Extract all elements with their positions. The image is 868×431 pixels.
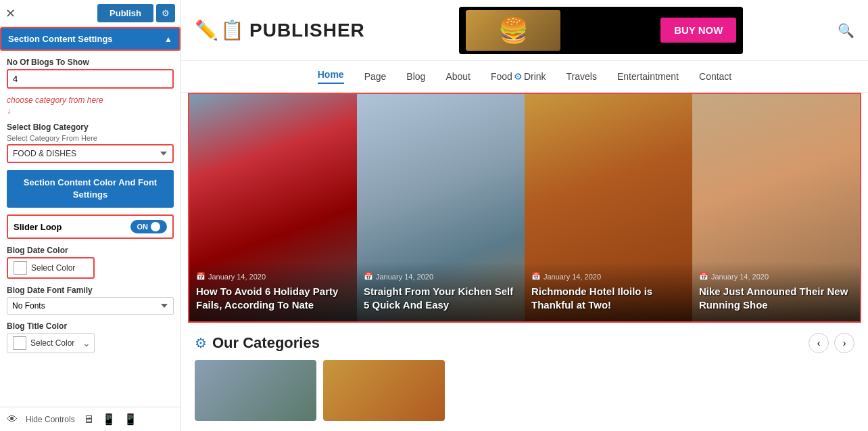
hint-text: choose category from here bbox=[7, 95, 174, 105]
category-card-2[interactable] bbox=[323, 360, 445, 421]
hide-controls-label[interactable]: Hide Controls bbox=[26, 415, 75, 424]
blog-date-color-label: Blog Date Color bbox=[7, 246, 174, 255]
nav-item-home[interactable]: Home bbox=[318, 69, 344, 84]
blog-date-color-field: Blog Date Color Select Color bbox=[7, 246, 174, 279]
publisher-logo-text: PUBLISHER bbox=[249, 20, 365, 41]
logo-icon-book: 📋 bbox=[220, 19, 244, 41]
publisher-logo: ✏️ 📋 PUBLISHER bbox=[195, 19, 365, 41]
category-card-1[interactable] bbox=[195, 360, 316, 421]
calendar-icon-1: 📅 bbox=[196, 272, 206, 281]
blog-cards-section: 📅 January 14, 2020 How To Avoid 6 Holida… bbox=[188, 93, 861, 323]
publish-btn-wrap: Publish ⚙ bbox=[97, 4, 175, 22]
categories-icon: ⚙ bbox=[195, 335, 207, 351]
category-prev-button[interactable]: ‹ bbox=[809, 333, 829, 353]
section-header-title: Section Content Settings bbox=[8, 34, 113, 44]
hint-arrow-icon: ↓ bbox=[7, 106, 174, 116]
nav-item-blog[interactable]: Blog bbox=[406, 71, 425, 82]
blogs-count-field: No Of Blogs To Show bbox=[7, 58, 174, 89]
bottom-bar: 👁 Hide Controls 🖥 📱 📱 bbox=[0, 407, 180, 431]
category-label: Select Blog Category bbox=[7, 122, 174, 132]
section-header[interactable]: Section Content Settings ▲ bbox=[0, 27, 180, 51]
categories-section: ⚙ Our Categories ‹ › bbox=[181, 323, 868, 357]
nav-item-page[interactable]: Page bbox=[364, 71, 387, 82]
logo-icon-pencil: ✏️ bbox=[195, 19, 218, 41]
hint-area: choose category from here ↓ bbox=[7, 95, 174, 116]
blog-date-font-dropdown[interactable]: No Fonts Arial Roboto Open Sans bbox=[7, 297, 174, 315]
blog-card-4-overlay: 📅 January 14, 2020 Nike Just Announed Th… bbox=[692, 262, 860, 321]
publisher-banner: BUY NOW bbox=[459, 7, 743, 54]
category-dropdown[interactable]: FOOD & DISHES Travel Technology Health bbox=[7, 144, 174, 163]
category-sublabel: Select Category From Here bbox=[7, 134, 174, 142]
color-swatch-1 bbox=[14, 261, 27, 275]
blog-card-2-title: Straight From Your Kichen Self 5 Quick A… bbox=[364, 285, 518, 311]
blog-card-3-date: 📅 January 14, 2020 bbox=[531, 272, 685, 281]
category-arrows: ‹ › bbox=[809, 333, 854, 353]
publisher-header: ✏️ 📋 PUBLISHER BUY NOW 🔍 bbox=[181, 0, 868, 61]
color-select-text-1: Select Color bbox=[31, 263, 75, 273]
nav-item-travels[interactable]: Travels bbox=[566, 71, 597, 82]
banner-image bbox=[466, 10, 560, 51]
blog-title-color-field: Blog Title Color Select Color ⌄ bbox=[7, 321, 174, 353]
logo-icon: ✏️ 📋 bbox=[195, 19, 244, 41]
calendar-icon-4: 📅 bbox=[699, 272, 708, 281]
category-next-button[interactable]: › bbox=[834, 333, 854, 353]
blog-date-font-label: Blog Date Font Family bbox=[7, 286, 174, 295]
blog-card-3-title: Richmonde Hotel Iloilo is Thankful at Tw… bbox=[531, 285, 685, 311]
slider-loop-row: Slider Loop ON bbox=[7, 214, 174, 239]
top-bar: ✕ Publish ⚙ bbox=[0, 0, 180, 27]
color-select-text-2: Select Color bbox=[30, 338, 74, 348]
color-swatch-2 bbox=[13, 336, 26, 350]
toggle-circle bbox=[151, 222, 160, 231]
blog-card-1-title: How To Avoid 6 Holiday Party Fails, Acco… bbox=[196, 285, 350, 311]
blog-card-1-date: 📅 January 14, 2020 bbox=[196, 272, 350, 281]
section-collapse-arrow[interactable]: ▲ bbox=[164, 35, 172, 44]
blog-date-font-field: Blog Date Font Family No Fonts Arial Rob… bbox=[7, 286, 174, 315]
blog-title-color-picker[interactable]: Select Color ⌄ bbox=[7, 333, 95, 353]
blog-card-1-overlay: 📅 January 14, 2020 How To Avoid 6 Holida… bbox=[189, 262, 357, 321]
blogs-count-label: No Of Blogs To Show bbox=[7, 58, 174, 67]
desktop-icon[interactable]: 🖥 bbox=[83, 413, 94, 426]
hide-controls-icon: 👁 bbox=[7, 413, 18, 426]
blog-card-2[interactable]: 📅 January 14, 2020 Straight From Your Ki… bbox=[357, 94, 525, 321]
panel-body: No Of Blogs To Show choose category from… bbox=[0, 51, 180, 360]
blog-card-4[interactable]: 📅 January 14, 2020 Nike Just Announed Th… bbox=[692, 94, 860, 321]
section-color-font-button[interactable]: Section Content Color And Font Settings bbox=[7, 170, 174, 208]
buy-now-button[interactable]: BUY NOW bbox=[660, 18, 736, 43]
gear-button[interactable]: ⚙ bbox=[156, 4, 175, 22]
nav-item-entertaintment[interactable]: Entertaintment bbox=[617, 71, 679, 82]
calendar-icon-3: 📅 bbox=[531, 272, 541, 281]
mobile-icon[interactable]: 📱 bbox=[124, 413, 137, 426]
blogs-count-input[interactable] bbox=[7, 69, 174, 89]
left-panel: ✕ Publish ⚙ Section Content Settings ▲ N… bbox=[0, 0, 181, 431]
blog-date-color-picker[interactable]: Select Color bbox=[7, 257, 95, 279]
nav-item-about[interactable]: About bbox=[445, 71, 471, 82]
tablet-icon[interactable]: 📱 bbox=[102, 413, 116, 426]
slider-loop-toggle[interactable]: ON bbox=[130, 220, 168, 233]
publish-button[interactable]: Publish bbox=[97, 4, 153, 22]
publisher-nav: Home Page Blog About Food⚙Drink Travels … bbox=[181, 61, 868, 93]
blog-title-color-label: Blog Title Color bbox=[7, 321, 174, 331]
slider-loop-label: Slider Loop bbox=[14, 222, 62, 232]
nav-item-contact[interactable]: Contact bbox=[699, 71, 731, 82]
toggle-label: ON bbox=[137, 223, 149, 231]
blog-card-2-date: 📅 January 14, 2020 bbox=[364, 272, 518, 281]
category-field: Select Blog Category Select Category Fro… bbox=[7, 122, 174, 163]
blog-card-3[interactable]: 📅 January 14, 2020 Richmonde Hotel Iloil… bbox=[525, 94, 692, 321]
calendar-icon-2: 📅 bbox=[364, 272, 373, 281]
search-icon[interactable]: 🔍 bbox=[838, 22, 854, 39]
nav-item-food[interactable]: Food⚙Drink bbox=[491, 71, 546, 82]
right-content: ✏️ 📋 PUBLISHER BUY NOW 🔍 Home Page Blog … bbox=[181, 0, 868, 431]
blog-card-2-overlay: 📅 January 14, 2020 Straight From Your Ki… bbox=[357, 262, 525, 321]
scroll-indicator: ⌄ bbox=[82, 338, 91, 348]
blog-card-3-overlay: 📅 January 14, 2020 Richmonde Hotel Iloil… bbox=[525, 262, 692, 321]
close-icon[interactable]: ✕ bbox=[5, 6, 16, 21]
categories-title: Our Categories bbox=[212, 334, 320, 352]
blog-card-1[interactable]: 📅 January 14, 2020 How To Avoid 6 Holida… bbox=[189, 94, 357, 321]
blog-card-4-date: 📅 January 14, 2020 bbox=[699, 272, 853, 281]
category-cards bbox=[181, 357, 868, 424]
blog-card-4-title: Nike Just Announed Their New Running Sho… bbox=[699, 285, 853, 311]
